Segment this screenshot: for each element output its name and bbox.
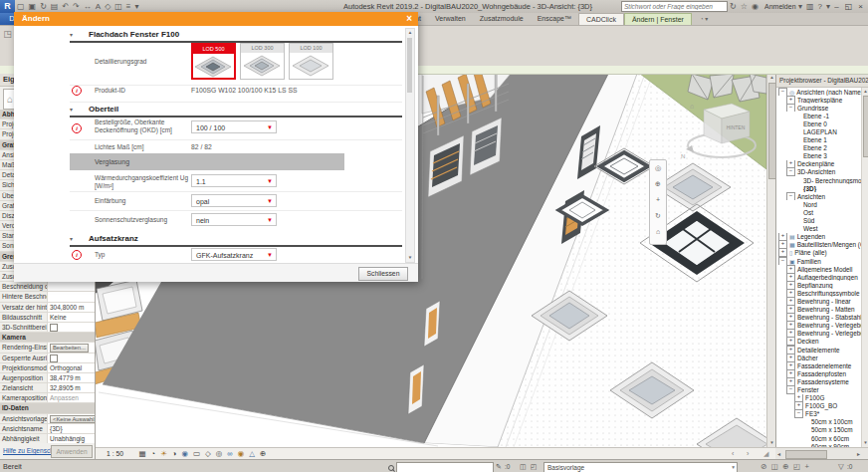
property-value[interactable]: 32,8905 m <box>48 383 95 392</box>
section-flachdach[interactable]: ▾Flachdach Fenster F100 <box>70 30 402 43</box>
chevron-icon[interactable]: ▾ <box>798 0 802 13</box>
pencil-icon[interactable]: ✎ <box>496 460 502 472</box>
scroll-up-icon[interactable]: ▲ <box>862 88 868 96</box>
tree-item[interactable]: −Fenster <box>776 385 861 393</box>
user-icon[interactable]: ◉ <box>752 0 759 13</box>
collapse-icon[interactable]: ▾ <box>70 236 73 242</box>
tree-item[interactable]: +Bewehrung - Verlegebereich <box>776 330 861 338</box>
properties-section[interactable]: ID-Daten <box>0 403 95 413</box>
property-value[interactable]: Anpassen <box>48 393 95 402</box>
lod-100-option[interactable]: LOD 100 <box>289 43 333 80</box>
collapse-icon[interactable]: − <box>786 168 795 176</box>
drag-select-icon[interactable]: + <box>804 460 808 472</box>
checkbox[interactable] <box>50 324 58 332</box>
tree-item[interactable]: Ebene 1 <box>776 136 861 144</box>
template-dropdown[interactable]: Basisvorlage ▾ <box>543 462 738 472</box>
expand-icon[interactable]: + <box>778 249 787 257</box>
tree-item[interactable]: +Dächer <box>776 354 861 361</box>
tree-item[interactable]: +Bepflanzung <box>776 281 861 289</box>
property-row[interactable]: Ansichtsname{3D} <box>0 424 95 434</box>
close-icon[interactable]: × <box>858 0 863 13</box>
tab-enscape-[interactable]: Enscape™ <box>531 13 578 25</box>
collapse-icon[interactable]: − <box>786 104 795 112</box>
scroll-thumb[interactable] <box>785 450 827 459</box>
cart-icon[interactable]: ▥ <box>806 0 814 13</box>
property-row[interactable]: Rendering-Einst...Bearbeiten... <box>0 343 95 353</box>
expand-icon[interactable]: + <box>786 322 795 330</box>
tree-item[interactable]: +Auflagerbedingungen <box>776 273 861 281</box>
info-icon[interactable] <box>72 86 82 96</box>
expand-icon[interactable]: + <box>786 96 795 104</box>
lod-500-option[interactable]: LOD 500 <box>191 43 236 80</box>
filter-icon[interactable]: ▽ <box>838 460 844 472</box>
tree-item[interactable]: −◎Ansichten (nach Namen) <box>776 88 861 96</box>
section-aufsatzkranz[interactable]: ▾Aufsatzkranz <box>70 234 402 247</box>
tree-item[interactable]: West <box>776 225 861 233</box>
tree-item[interactable]: 50cm x 100cm <box>776 418 861 426</box>
tree-item[interactable]: +Bewehrung - linear <box>776 297 861 305</box>
tree-item[interactable]: 3D- Berechnungsmode <box>776 176 861 184</box>
tree-item[interactable]: +Bewehrung - Verlegebereich <box>776 322 861 330</box>
tree-item[interactable]: +▦Bauteillisten/Mengen (Glied <box>776 241 861 249</box>
tree-item[interactable]: Ebene 3 <box>776 152 861 160</box>
expand-icon[interactable]: + <box>794 394 803 402</box>
tab-zusatzmodule[interactable]: Zusatzmodule <box>473 13 531 25</box>
property-value[interactable]: Unabhängig <box>48 434 95 443</box>
property-row[interactable]: Gesperrte Ausri... <box>0 354 95 363</box>
expand-icon[interactable]: + <box>786 265 795 273</box>
expand-icon[interactable]: + <box>786 377 795 385</box>
curb-type-dropdown[interactable]: GFK-Aufsatzkranz▼ <box>191 248 277 261</box>
property-value[interactable]: Keine <box>48 313 95 322</box>
property-value[interactable]: Bearbeiten... <box>48 343 95 352</box>
tree-item[interactable]: −Grundrisse <box>776 104 861 112</box>
expand-icon[interactable]: + <box>786 369 795 377</box>
properties-section[interactable]: Kamera <box>0 333 95 343</box>
tree-item[interactable]: −3D-Ansichten <box>776 168 861 176</box>
tree-item[interactable]: +F100G_BO <box>776 402 861 410</box>
property-row[interactable]: Versatz der hint...304,8000 m <box>0 303 95 313</box>
section-oberteil[interactable]: ▾Oberteil <box>70 105 402 118</box>
scroll-down-icon[interactable]: ▼ <box>406 254 414 262</box>
property-value[interactable] <box>48 323 95 332</box>
expand-icon[interactable]: + <box>786 273 795 281</box>
expand-icon[interactable]: + <box>786 314 795 322</box>
app-logo[interactable]: R <box>0 0 15 13</box>
property-value[interactable]: 304,8000 m <box>48 303 95 312</box>
tree-item[interactable]: +Fassadenelemente <box>776 361 861 369</box>
tree-item[interactable]: Ebene 0 <box>776 119 861 127</box>
home-icon[interactable]: ⌂ <box>652 224 664 240</box>
tint-dropdown[interactable]: opal▼ <box>191 194 277 207</box>
dialog-title-bar[interactable]: Ändern <box>14 12 418 26</box>
property-value[interactable]: 38,4779 m <box>48 373 95 382</box>
refresh-icon[interactable]: ↻ <box>730 0 737 13</box>
tab-cadclick[interactable]: CADClick <box>578 13 624 25</box>
expand-icon[interactable]: + <box>786 306 795 314</box>
ribbon-cycle-icon[interactable]: ◔ ▾ <box>700 13 708 25</box>
select-underlay-icon[interactable]: ◫ <box>771 460 778 472</box>
expand-icon[interactable]: + <box>786 297 795 305</box>
collapse-icon[interactable]: − <box>778 257 787 265</box>
navigation-bar[interactable]: ◎⊕+↻⌂ <box>649 159 667 245</box>
property-row[interactable]: Beschneidung ohn... <box>0 282 95 292</box>
tree-item[interactable]: +Deckenpläne <box>776 160 861 168</box>
signin-label[interactable]: Anmelden <box>764 0 796 13</box>
collapse-icon[interactable]: − <box>786 385 795 393</box>
schliessen-button[interactable]: Schliessen <box>358 267 408 281</box>
status-search-input[interactable] <box>396 462 494 472</box>
browser-vertical-scrollbar[interactable]: ▲ ▼ <box>861 88 868 447</box>
tree-item[interactable]: +▤Legenden <box>776 233 861 241</box>
tree-item[interactable]: +Detailelemente <box>776 346 861 354</box>
expand-icon[interactable]: + <box>786 338 795 346</box>
tree-item[interactable]: Ebene -1 <box>776 112 861 119</box>
property-value[interactable]: Orthogonal <box>48 363 95 372</box>
expand-icon[interactable]: + <box>786 160 795 168</box>
search-input[interactable] <box>621 1 728 12</box>
property-row[interactable]: 3D-Schnittberei... <box>0 323 95 333</box>
tree-item[interactable]: Süd <box>776 217 861 225</box>
apply-button[interactable]: Anwenden <box>51 445 93 458</box>
scroll-thumb[interactable] <box>407 38 412 93</box>
zoom-icon[interactable]: ⊕ <box>652 176 664 192</box>
expand-icon[interactable]: + <box>786 281 795 289</box>
property-value[interactable] <box>48 282 95 291</box>
ribbon-button-partial[interactable]: ◳ <box>2 29 13 59</box>
